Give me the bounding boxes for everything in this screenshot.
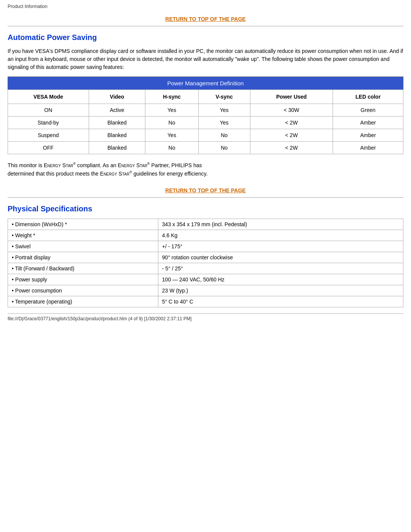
cell-on-vsync: Yes: [198, 104, 250, 117]
cell-off-video: Blanked: [89, 142, 145, 154]
table-row-on: ON Active Yes Yes < 30W Green: [8, 104, 403, 117]
cell-off-mode: OFF: [8, 142, 89, 154]
cell-on-led: Green: [333, 104, 403, 117]
spec-row-temperature: • Temperature (operating) 5° C to 40° C: [8, 296, 403, 307]
spec-value-portrait: 90° rotation counter clockwise: [158, 252, 403, 263]
energy-star-label-3: Energy Star: [100, 171, 129, 177]
cell-off-hsync: No: [145, 142, 198, 154]
spec-row-swivel: • Swivel +/ - 175°: [8, 241, 403, 252]
table-main-header: Power Management Definition: [8, 77, 403, 90]
col-led-color: LED color: [333, 90, 403, 104]
energy-star-label-1: Energy Star: [44, 162, 73, 168]
spec-row-portrait: • Portrait display 90° rotation counter …: [8, 252, 403, 263]
energy-star-text-2: compliant. As an: [76, 162, 118, 168]
return-to-top-link-1[interactable]: RETURN TO TOP OF THE PAGE: [165, 16, 245, 22]
registered-symbol-2: ®: [147, 162, 150, 166]
cell-on-hsync: Yes: [145, 104, 198, 117]
power-management-table: Power Management Definition VESA Mode Vi…: [8, 77, 403, 154]
cell-standby-led: Amber: [333, 117, 403, 129]
col-hsync: H-sync: [145, 90, 198, 104]
cell-off-power: < 2W: [250, 142, 333, 154]
spec-label-weight: • Weight *: [8, 230, 158, 241]
spec-value-dimension: 343 x 354 x 179 mm (incl. Pedestal): [158, 219, 403, 230]
spec-value-temperature: 5° C to 40° C: [158, 296, 403, 307]
spec-value-power-supply: 100 — 240 VAC, 50/60 Hz: [158, 274, 403, 285]
spec-value-power-consumption: 23 W (typ.): [158, 285, 403, 296]
spec-label-power-consumption: • Power consumption: [8, 285, 158, 296]
cell-on-mode: ON: [8, 104, 89, 117]
energy-star-text-4: guidelines for energy efficiency.: [132, 171, 208, 177]
cell-standby-video: Blanked: [89, 117, 145, 129]
spec-row-weight: • Weight * 4.6 Kg: [8, 230, 403, 241]
cell-standby-hsync: No: [145, 117, 198, 129]
table-header-row: Power Management Definition: [8, 77, 403, 90]
registered-symbol-1: ®: [73, 162, 76, 166]
cell-on-video: Active: [89, 104, 145, 117]
cell-suspend-video: Blanked: [89, 129, 145, 142]
spec-value-weight: 4.6 Kg: [158, 230, 403, 241]
breadcrumb: Product Information: [8, 4, 403, 9]
energy-star-paragraph: This monitor is Energy Star® compliant. …: [8, 161, 403, 178]
cell-suspend-power: < 2W: [250, 129, 333, 142]
cell-suspend-hsync: Yes: [145, 129, 198, 142]
cell-off-vsync: No: [198, 142, 250, 154]
spec-value-swivel: +/ - 175°: [158, 241, 403, 252]
table-col-headers: VESA Mode Video H-sync V-sync Power Used…: [8, 90, 403, 104]
col-vesa-mode: VESA Mode: [8, 90, 89, 104]
registered-symbol-3: ®: [129, 171, 132, 174]
cell-on-power: < 30W: [250, 104, 333, 117]
divider-1: [8, 26, 403, 26]
return-to-top-link-2[interactable]: RETURN TO TOP OF THE PAGE: [165, 187, 245, 193]
cell-standby-vsync: Yes: [198, 117, 250, 129]
physical-specs-table: • Dimension (WxHxD) * 343 x 354 x 179 mm…: [8, 219, 403, 307]
spec-label-temperature: • Temperature (operating): [8, 296, 158, 307]
cell-suspend-mode: Suspend: [8, 129, 89, 142]
spec-row-power-consumption: • Power consumption 23 W (typ.): [8, 285, 403, 296]
spec-value-tilt: - 5° / 25°: [158, 263, 403, 274]
physical-specs-title: Physical Specifications: [8, 204, 403, 213]
spec-row-tilt: • Tilt (Forward / Backward) - 5° / 25°: [8, 263, 403, 274]
footer-bar: file:///D|/Grace/03771/english/150p3ac/p…: [8, 313, 403, 321]
return-link-top-container: RETURN TO TOP OF THE PAGE: [8, 16, 403, 22]
table-row-off: OFF Blanked No No < 2W Amber: [8, 142, 403, 154]
spec-row-power-supply: • Power supply 100 — 240 VAC, 50/60 Hz: [8, 274, 403, 285]
spec-label-swivel: • Swivel: [8, 241, 158, 252]
col-vsync: V-sync: [198, 90, 250, 104]
energy-star-text-1: This monitor is: [8, 162, 44, 168]
cell-off-led: Amber: [333, 142, 403, 154]
return-link-bottom-container: RETURN TO TOP OF THE PAGE: [8, 187, 403, 193]
divider-2: [8, 197, 403, 198]
auto-power-saving-title: Automatic Power Saving: [8, 33, 403, 42]
col-power-used: Power Used: [250, 90, 333, 104]
spec-label-tilt: • Tilt (Forward / Backward): [8, 263, 158, 274]
table-row-standby: Stand-by Blanked No Yes < 2W Amber: [8, 117, 403, 129]
cell-suspend-led: Amber: [333, 129, 403, 142]
spec-label-power-supply: • Power supply: [8, 274, 158, 285]
cell-suspend-vsync: No: [198, 129, 250, 142]
spec-label-portrait: • Portrait display: [8, 252, 158, 263]
spec-label-dimension: • Dimension (WxHxD) *: [8, 219, 158, 230]
cell-standby-power: < 2W: [250, 117, 333, 129]
cell-standby-mode: Stand-by: [8, 117, 89, 129]
spec-row-dimension: • Dimension (WxHxD) * 343 x 354 x 179 mm…: [8, 219, 403, 230]
col-video: Video: [89, 90, 145, 104]
table-row-suspend: Suspend Blanked Yes No < 2W Amber: [8, 129, 403, 142]
energy-star-label-2: Energy Star: [118, 162, 147, 168]
auto-power-saving-intro: If you have VESA's DPMS compliance displ…: [8, 47, 403, 71]
